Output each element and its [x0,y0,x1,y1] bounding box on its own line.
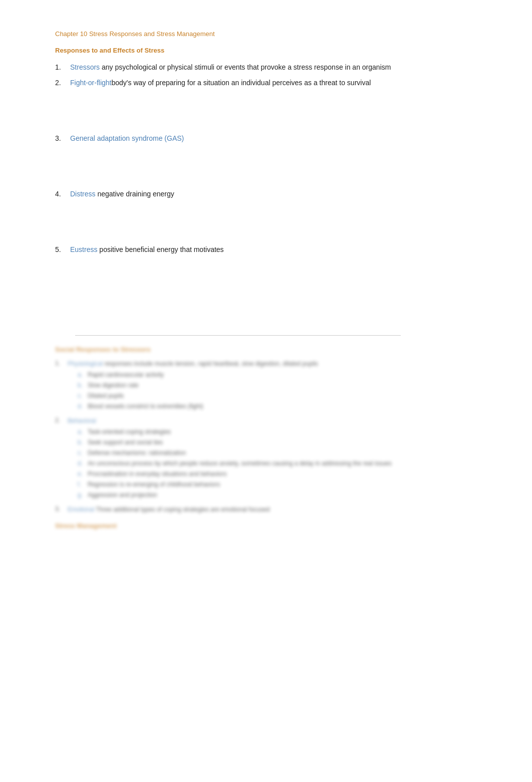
sub-marker: g. [78,490,88,499]
section1-list-cont3: 5. Eustress positive beneficial energy t… [55,244,492,255]
blurred-section-title: Social Responses to Stressors [55,346,492,353]
sub-marker: a. [78,427,88,436]
spacer2 [55,149,492,189]
sub-list-item: f. Regression is re-emerging of childhoo… [78,480,492,489]
sub-item-text: Seek support and social ties [88,438,163,447]
section1-list: 1. Stressors any psychological or physic… [55,62,492,88]
blurred-list-number: 2. [55,416,68,425]
sub-list-item: c. Dilated pupils [78,391,492,400]
section1-list-cont: 3. General adaptation syndrome (GAS) [55,133,492,144]
keyword-stressors[interactable]: Stressors [70,63,100,71]
spacer4 [55,260,492,320]
sub-marker: c. [78,448,88,457]
sub-list-item: e. Procrastination in everyday situation… [78,469,492,478]
sub-marker: b. [78,438,88,447]
sub-marker: c. [78,391,88,400]
spacer1 [55,93,492,133]
page: Chapter 10 Stress Responses and Stress M… [0,0,532,782]
blurred-list: 1. Physiological responses include muscl… [55,359,492,514]
sub-marker: b. [78,381,88,390]
list-content: Fight-or-flightbody's way of preparing f… [70,78,492,88]
blurred-sublist: a. Task-oriented coping strategies b. Se… [78,427,492,499]
item4-text: negative draining energy [96,190,174,198]
list-number: 4. [55,189,70,199]
keyword-gas[interactable]: General adaptation syndrome (GAS) [70,134,184,142]
blurred-keyword: Physiological [68,360,103,367]
sub-item-text: Dilated pupils [88,391,124,400]
blurred-list-content: Emotional Three additional types of copi… [68,505,492,514]
sub-marker: e. [78,469,88,478]
sub-marker: d. [78,402,88,411]
blurred-list-number: 3. [55,505,68,513]
list-item: 3. General adaptation syndrome (GAS) [55,133,492,144]
item2-text: body's way of preparing for a situation … [111,79,371,87]
sub-item-text: Aggression and projection [88,490,157,499]
blurred-item-text: Three additional types of coping strateg… [96,506,270,513]
blurred-list-number: 1. [55,359,68,368]
blurred-list-content: Physiological responses include muscle t… [68,359,492,412]
blurred-sublist: a. Rapid cardiovascular activity b. Slow… [78,370,492,411]
blurred-item-text: responses include muscle tension, rapid … [104,360,318,367]
sub-list-item: b. Slow digestion rate [78,381,492,390]
sub-item-text: Task-oriented coping strategies [88,427,171,436]
sub-list-item: g. Aggression and projection [78,490,492,499]
list-item: 5. Eustress positive beneficial energy t… [55,244,492,255]
blurred-list-item: 1. Physiological responses include muscl… [55,359,492,412]
list-content: Distress negative draining energy [70,189,492,199]
sub-list-item: c. Defense mechanisms: rationalization [78,448,492,457]
list-number: 3. [55,133,70,144]
list-item: 1. Stressors any psychological or physic… [55,62,492,73]
sub-marker: a. [78,370,88,379]
sub-list-item: d. An unconscious process by which peopl… [78,459,492,468]
blurred-list-item: 3. Emotional Three additional types of c… [55,505,492,514]
chapter-title: Chapter 10 Stress Responses and Stress M… [55,30,492,38]
list-item: 2. Fight-or-flightbody's way of preparin… [55,78,492,88]
sub-list-item: a. Rapid cardiovascular activity [78,370,492,379]
sub-item-text: An unconscious process by which people r… [88,459,392,468]
list-number: 2. [55,78,70,88]
list-content: Eustress positive beneficial energy that… [70,244,492,255]
keyword-eustress[interactable]: Eustress [70,245,97,253]
sub-item-text: Rapid cardiovascular activity [88,370,164,379]
item1-text: any psychological or physical stimuli or… [100,63,391,71]
sub-marker: d. [78,459,88,468]
sub-item-text: Procrastination in everyday situations a… [88,469,227,478]
blurred-keyword: Behavioral [68,417,96,424]
blurred-section: Social Responses to Stressors 1. Physiol… [55,346,492,530]
spacer3 [55,204,492,244]
sub-list-item: b. Seek support and social ties [78,438,492,447]
item5-text: positive beneficial energy that motivate… [97,245,223,253]
list-number: 5. [55,244,70,255]
section-divider [75,335,401,336]
keyword-distress[interactable]: Distress [70,190,96,198]
sub-item-text: Slow digestion rate [88,381,138,390]
sub-item-text: Blood vessels constrict to extremities (… [88,402,203,411]
keyword-fight-flight[interactable]: Fight-or-flight [70,79,111,87]
sub-item-text: Regression is re-emerging of childhood b… [88,480,220,489]
sub-list-item: a. Task-oriented coping strategies [78,427,492,436]
list-content: Stressors any psychological or physical … [70,62,492,73]
blurred-keyword: Emotional [68,506,94,513]
list-number: 1. [55,62,70,73]
list-item: 4. Distress negative draining energy [55,189,492,199]
sub-marker: f. [78,480,88,489]
sub-list-item: d. Blood vessels constrict to extremitie… [78,402,492,411]
section1-list-cont2: 4. Distress negative draining energy [55,189,492,199]
sub-item-text: Defense mechanisms: rationalization [88,448,186,457]
section1-title: Responses to and Effects of Stress [55,47,492,54]
blurred-list-content: Behavioral a. Task-oriented coping strat… [68,416,492,501]
list-content: General adaptation syndrome (GAS) [70,133,492,144]
blurred-list-item: 2. Behavioral a. Task-oriented coping st… [55,416,492,501]
blurred-footer-title: Stress Management [55,522,492,530]
